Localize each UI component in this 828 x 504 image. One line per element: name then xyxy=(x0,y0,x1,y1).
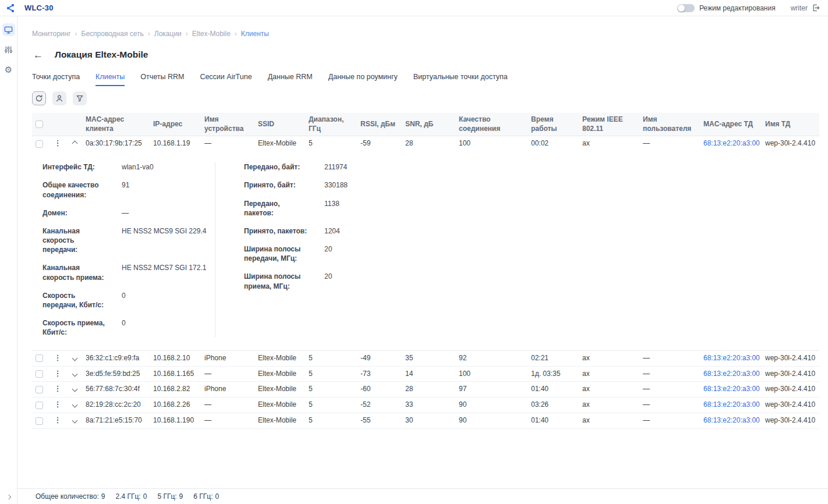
header-ap-mac: MAC-адрес ТД xyxy=(701,113,763,136)
edit-mode-label: Режим редактирования xyxy=(699,4,776,12)
row-checkbox[interactable] xyxy=(36,417,43,425)
detail-value: 91 xyxy=(122,180,129,190)
header-ap-name: Имя ТД xyxy=(763,113,819,136)
cell-username: — xyxy=(641,413,701,429)
filter-button[interactable] xyxy=(73,91,87,105)
expand-chevron-icon[interactable] xyxy=(72,386,77,392)
detail-value: 0 xyxy=(122,291,126,300)
header-ip: IP-адрес xyxy=(151,113,202,136)
row-menu-button[interactable]: ⋮ xyxy=(54,370,62,377)
refresh-button[interactable] xyxy=(32,91,46,105)
cell-username: — xyxy=(641,136,701,151)
tab-clients[interactable]: Клиенты xyxy=(95,73,125,86)
cell-quality: 97 xyxy=(457,382,529,397)
breadcrumb-item-locations[interactable]: Локации xyxy=(154,30,182,38)
breadcrumb-separator-icon: › xyxy=(186,30,188,38)
back-button[interactable]: ← xyxy=(33,50,43,60)
cell-ip: 10.168.2.26 xyxy=(151,397,202,413)
ap-mac-link[interactable]: 68:13:e2:20:a3:00 xyxy=(703,354,760,362)
row-menu-button[interactable]: ⋮ xyxy=(54,400,62,408)
detail-label: Домен: xyxy=(43,208,108,218)
cell-uptime: 01:40 xyxy=(529,413,580,429)
edit-mode-toggle[interactable] xyxy=(677,4,695,12)
cell-client-mac: 0a:30:17:9b:17:25 xyxy=(83,136,151,151)
ap-mac-link[interactable]: 68:13:e2:20:a3:00 xyxy=(703,400,760,409)
detail-value: 20 xyxy=(324,244,332,254)
table-row: ⋮ 36:32:c1:c9:e9:fa 10.168.2.10 iPhone E… xyxy=(32,350,819,366)
breadcrumb: Мониторинг › Беспроводная сеть › Локации… xyxy=(32,30,828,38)
sidebar-expand-button[interactable] xyxy=(0,495,17,499)
cell-mode: ax xyxy=(580,136,641,151)
row-menu-button[interactable]: ⋮ xyxy=(54,385,62,392)
tab-rrm-data[interactable]: Данные RRM xyxy=(268,73,313,86)
detail-value: wlan1-va0 xyxy=(122,162,154,172)
breadcrumb-item-monitoring[interactable]: Мониторинг xyxy=(32,30,71,38)
row-checkbox[interactable] xyxy=(36,386,43,393)
row-checkbox[interactable] xyxy=(36,370,43,378)
page-title: Локация Eltex-Mobile xyxy=(55,49,148,60)
sidebar-item-monitoring[interactable] xyxy=(2,23,15,36)
cell-ap-name: wep-30l-2.4.410 xyxy=(763,413,819,429)
band-5-count: 5 ГГц: 9 xyxy=(157,492,183,501)
collapse-chevron-icon[interactable] xyxy=(72,141,77,147)
ap-mac-link[interactable]: 68:13:e2:20:a3:00 xyxy=(703,139,760,147)
breadcrumb-item-location[interactable]: Eltex-Mobile xyxy=(192,30,231,38)
breadcrumb-item-wireless[interactable]: Беспроводная сеть xyxy=(82,30,144,38)
cell-ip: 10.168.1.190 xyxy=(151,413,202,429)
header-client-mac: MAC-адрес клиента xyxy=(83,113,151,136)
detail-value: 330188 xyxy=(324,180,348,190)
cell-ssid: Eltex-Mobile xyxy=(256,350,306,366)
cell-device: iPhone xyxy=(202,382,256,397)
row-checkbox[interactable] xyxy=(36,354,43,362)
cell-ap-name: wep-30l-2.4.410 xyxy=(763,136,819,151)
cell-client-mac: 82:19:28:cc:2c:20 xyxy=(83,397,151,413)
cell-uptime: 01:40 xyxy=(529,382,580,397)
cell-device: — xyxy=(202,397,256,413)
detail-label: Канальная скорость передачи: xyxy=(43,226,108,255)
tab-access-points[interactable]: Точки доступа xyxy=(32,73,80,86)
sidebar-item-settings[interactable]: ⚙ xyxy=(2,63,15,76)
cell-snr: 35 xyxy=(403,350,457,366)
cell-ssid: Eltex-Mobile xyxy=(256,136,306,151)
chevron-right-icon xyxy=(6,495,11,499)
breadcrumb-separator-icon: › xyxy=(75,30,77,38)
ap-mac-link[interactable]: 68:13:e2:20:a3:00 xyxy=(703,370,760,378)
detail-value: 1204 xyxy=(324,226,340,236)
row-menu-button[interactable]: ⋮ xyxy=(54,416,62,424)
expand-chevron-icon[interactable] xyxy=(72,371,77,377)
cell-band: 5 xyxy=(306,136,358,151)
sidebar-item-configuration[interactable] xyxy=(2,43,15,56)
breadcrumb-separator-icon: › xyxy=(148,30,150,38)
expand-chevron-icon[interactable] xyxy=(72,355,77,361)
client-details-panel: Интерфейс ТД:wlan1-va0 Общее качество со… xyxy=(32,151,819,350)
row-checkbox[interactable] xyxy=(36,402,43,409)
tab-rrm-reports[interactable]: Отчеты RRM xyxy=(140,73,184,86)
select-all-checkbox[interactable] xyxy=(36,120,43,128)
cell-band: 5 xyxy=(306,413,358,429)
header-menu-col xyxy=(49,113,66,136)
cell-uptime: 03:26 xyxy=(529,397,580,413)
tab-airtune-sessions[interactable]: Сессии AirTune xyxy=(200,73,252,86)
tab-virtual-aps[interactable]: Виртуальные точки доступа xyxy=(413,73,508,86)
tab-roaming-data[interactable]: Данные по роумингу xyxy=(328,73,398,86)
cell-snr: 28 xyxy=(403,382,457,397)
expand-chevron-icon[interactable] xyxy=(72,418,77,424)
cell-uptime: 1д. 03:35 xyxy=(529,366,580,382)
ap-mac-link[interactable]: 68:13:e2:20:a3:00 xyxy=(703,385,760,393)
detail-value: — xyxy=(122,208,129,218)
logout-button[interactable] xyxy=(811,3,820,12)
breadcrumb-item-clients[interactable]: Клиенты xyxy=(241,30,269,38)
client-action-button[interactable] xyxy=(52,91,66,105)
header-ieee-mode: Режим IEEE 802.11 xyxy=(580,113,641,136)
details-right-column: Передано, байт:211974 Принято, байт:3301… xyxy=(215,162,348,291)
header-device-name: Имя устройства xyxy=(202,113,256,136)
cell-quality: 92 xyxy=(457,350,529,366)
ap-mac-link[interactable]: 68:13:e2:20:a3:00 xyxy=(703,416,760,424)
row-menu-button[interactable]: ⋮ xyxy=(54,139,62,147)
cell-uptime: 02:21 xyxy=(529,350,580,366)
band-2-4-count: 2.4 ГГц: 0 xyxy=(115,492,147,501)
row-menu-button[interactable]: ⋮ xyxy=(54,354,62,361)
row-checkbox[interactable] xyxy=(36,140,43,148)
expand-chevron-icon[interactable] xyxy=(72,402,77,408)
band-6-count: 6 ГГц: 0 xyxy=(193,492,219,501)
